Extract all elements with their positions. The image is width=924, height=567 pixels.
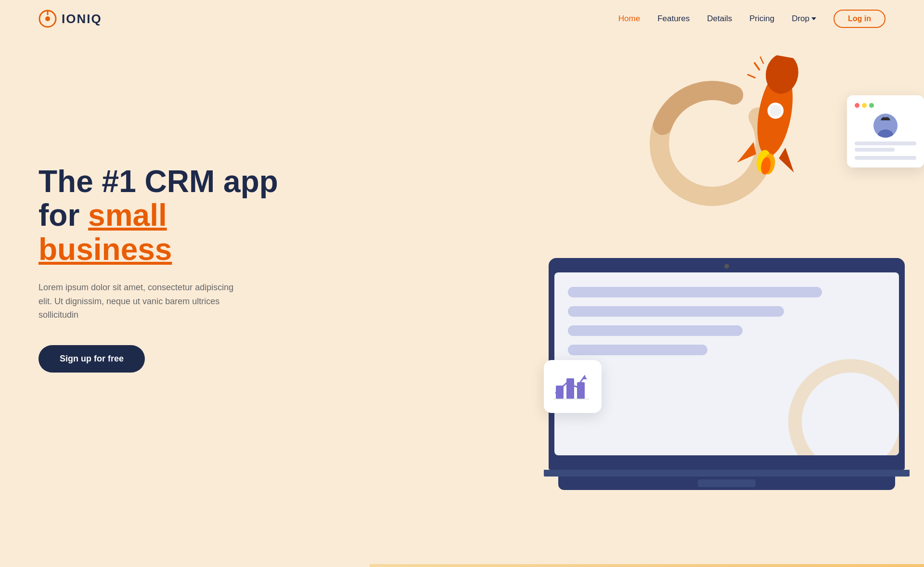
screen-swirl-decoration <box>788 359 899 455</box>
screen-bar-4 <box>568 345 707 355</box>
dot-green <box>869 103 874 108</box>
laptop-touchpad <box>698 479 756 487</box>
screen-bar-1 <box>568 287 822 297</box>
stats-card <box>544 360 602 413</box>
nav-pricing[interactable]: Pricing <box>749 14 774 24</box>
nav-details[interactable]: Details <box>707 14 732 24</box>
profile-avatar <box>873 114 898 138</box>
laptop-hinge <box>544 470 910 477</box>
hero-illustration <box>491 38 924 519</box>
svg-line-16 <box>759 57 764 63</box>
profile-lines <box>855 142 916 160</box>
login-button[interactable]: Log in <box>834 10 886 28</box>
logo-icon <box>38 10 57 28</box>
rocket-illustration <box>724 51 834 208</box>
profile-line-1 <box>855 142 916 145</box>
dot-red <box>855 103 860 108</box>
profile-card <box>847 95 924 168</box>
svg-point-23 <box>878 129 893 138</box>
laptop-illustration <box>549 258 905 490</box>
svg-marker-10 <box>777 147 798 173</box>
laptop-screen-wrapper <box>549 258 905 461</box>
bottom-stripe-decoration <box>0 564 924 567</box>
screen-bar-2 <box>568 306 784 317</box>
svg-marker-9 <box>737 140 758 166</box>
hero-description: Lorem ipsum dolor sit amet, consectetur … <box>38 281 241 322</box>
navbar: IONIQ Home Features Details Pricing Drop… <box>0 0 924 38</box>
screen-bar-3 <box>568 325 743 336</box>
laptop-bottom <box>558 477 895 490</box>
laptop-screen <box>554 272 899 455</box>
logo[interactable]: IONIQ <box>38 10 102 28</box>
signup-button[interactable]: Sign up for free <box>38 345 145 373</box>
laptop-base <box>549 461 905 470</box>
nav-links: Home Features Details Pricing Drop Log i… <box>618 10 886 28</box>
svg-line-14 <box>754 63 760 70</box>
profile-line-2 <box>855 148 895 152</box>
brand-name: IONIQ <box>62 12 102 26</box>
svg-point-1 <box>45 16 50 21</box>
hero-section: The #1 CRM app for small business Lorem … <box>0 38 924 471</box>
profile-line-3 <box>855 156 916 160</box>
nav-drop[interactable]: Drop <box>792 14 816 24</box>
hero-title: The #1 CRM app for small business <box>38 165 289 266</box>
nav-features[interactable]: Features <box>657 14 690 24</box>
svg-rect-18 <box>566 378 574 399</box>
dot-yellow <box>862 103 867 108</box>
laptop-camera <box>724 264 729 269</box>
profile-dots <box>855 103 916 108</box>
chevron-down-icon <box>811 17 816 20</box>
hero-text: The #1 CRM app for small business Lorem … <box>38 165 289 373</box>
nav-home[interactable]: Home <box>618 14 640 24</box>
svg-line-15 <box>747 75 755 77</box>
